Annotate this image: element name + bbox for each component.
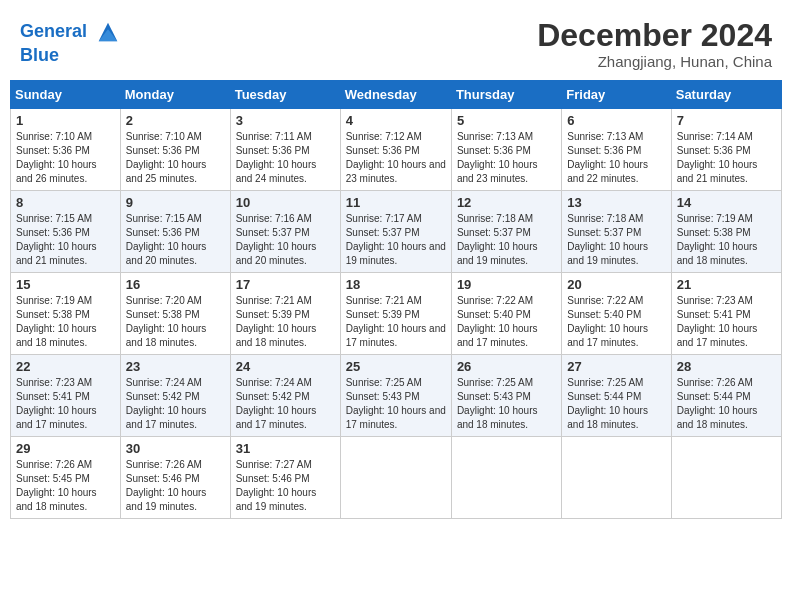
- table-cell: 14 Sunrise: 7:19 AMSunset: 5:38 PMDaylig…: [671, 191, 781, 273]
- col-friday: Friday: [562, 81, 671, 109]
- day-number: 11: [346, 195, 446, 210]
- day-detail: Sunrise: 7:12 AMSunset: 5:36 PMDaylight:…: [346, 130, 446, 186]
- day-detail: Sunrise: 7:26 AMSunset: 5:45 PMDaylight:…: [16, 458, 115, 514]
- table-row: 1 Sunrise: 7:10 AMSunset: 5:36 PMDayligh…: [11, 109, 782, 191]
- day-number: 26: [457, 359, 556, 374]
- day-detail: Sunrise: 7:24 AMSunset: 5:42 PMDaylight:…: [236, 376, 335, 432]
- table-cell: 27 Sunrise: 7:25 AMSunset: 5:44 PMDaylig…: [562, 355, 671, 437]
- table-cell: 3 Sunrise: 7:11 AMSunset: 5:36 PMDayligh…: [230, 109, 340, 191]
- table-cell: 8 Sunrise: 7:15 AMSunset: 5:36 PMDayligh…: [11, 191, 121, 273]
- day-detail: Sunrise: 7:17 AMSunset: 5:37 PMDaylight:…: [346, 212, 446, 268]
- table-cell: 7 Sunrise: 7:14 AMSunset: 5:36 PMDayligh…: [671, 109, 781, 191]
- day-number: 24: [236, 359, 335, 374]
- col-monday: Monday: [120, 81, 230, 109]
- table-cell: 4 Sunrise: 7:12 AMSunset: 5:36 PMDayligh…: [340, 109, 451, 191]
- day-number: 4: [346, 113, 446, 128]
- day-detail: Sunrise: 7:19 AMSunset: 5:38 PMDaylight:…: [677, 212, 776, 268]
- logo-general: General: [20, 21, 87, 41]
- table-cell: 9 Sunrise: 7:15 AMSunset: 5:36 PMDayligh…: [120, 191, 230, 273]
- day-number: 6: [567, 113, 665, 128]
- day-number: 14: [677, 195, 776, 210]
- table-cell: 31 Sunrise: 7:27 AMSunset: 5:46 PMDaylig…: [230, 437, 340, 519]
- day-detail: Sunrise: 7:26 AMSunset: 5:46 PMDaylight:…: [126, 458, 225, 514]
- day-number: 28: [677, 359, 776, 374]
- day-number: 29: [16, 441, 115, 456]
- day-detail: Sunrise: 7:21 AMSunset: 5:39 PMDaylight:…: [236, 294, 335, 350]
- location-subtitle: Zhangjiang, Hunan, China: [537, 53, 772, 70]
- col-saturday: Saturday: [671, 81, 781, 109]
- day-detail: Sunrise: 7:14 AMSunset: 5:36 PMDaylight:…: [677, 130, 776, 186]
- day-detail: Sunrise: 7:13 AMSunset: 5:36 PMDaylight:…: [457, 130, 556, 186]
- table-cell: 26 Sunrise: 7:25 AMSunset: 5:43 PMDaylig…: [451, 355, 561, 437]
- table-cell: 15 Sunrise: 7:19 AMSunset: 5:38 PMDaylig…: [11, 273, 121, 355]
- day-detail: Sunrise: 7:23 AMSunset: 5:41 PMDaylight:…: [16, 376, 115, 432]
- day-detail: Sunrise: 7:20 AMSunset: 5:38 PMDaylight:…: [126, 294, 225, 350]
- day-number: 2: [126, 113, 225, 128]
- header-row: Sunday Monday Tuesday Wednesday Thursday…: [11, 81, 782, 109]
- day-detail: Sunrise: 7:11 AMSunset: 5:36 PMDaylight:…: [236, 130, 335, 186]
- day-number: 12: [457, 195, 556, 210]
- table-cell: 18 Sunrise: 7:21 AMSunset: 5:39 PMDaylig…: [340, 273, 451, 355]
- table-cell: 13 Sunrise: 7:18 AMSunset: 5:37 PMDaylig…: [562, 191, 671, 273]
- logo-icon: [94, 18, 122, 46]
- logo: General Blue: [20, 18, 122, 66]
- calendar-table: Sunday Monday Tuesday Wednesday Thursday…: [10, 80, 782, 519]
- day-number: 1: [16, 113, 115, 128]
- day-number: 20: [567, 277, 665, 292]
- day-detail: Sunrise: 7:10 AMSunset: 5:36 PMDaylight:…: [16, 130, 115, 186]
- table-cell: [340, 437, 451, 519]
- day-detail: Sunrise: 7:13 AMSunset: 5:36 PMDaylight:…: [567, 130, 665, 186]
- table-cell: 29 Sunrise: 7:26 AMSunset: 5:45 PMDaylig…: [11, 437, 121, 519]
- month-year-title: December 2024: [537, 18, 772, 53]
- table-cell: 5 Sunrise: 7:13 AMSunset: 5:36 PMDayligh…: [451, 109, 561, 191]
- day-number: 9: [126, 195, 225, 210]
- day-detail: Sunrise: 7:25 AMSunset: 5:44 PMDaylight:…: [567, 376, 665, 432]
- day-number: 15: [16, 277, 115, 292]
- table-cell: 25 Sunrise: 7:25 AMSunset: 5:43 PMDaylig…: [340, 355, 451, 437]
- day-detail: Sunrise: 7:18 AMSunset: 5:37 PMDaylight:…: [567, 212, 665, 268]
- table-cell: 10 Sunrise: 7:16 AMSunset: 5:37 PMDaylig…: [230, 191, 340, 273]
- day-detail: Sunrise: 7:10 AMSunset: 5:36 PMDaylight:…: [126, 130, 225, 186]
- day-number: 7: [677, 113, 776, 128]
- day-detail: Sunrise: 7:23 AMSunset: 5:41 PMDaylight:…: [677, 294, 776, 350]
- col-tuesday: Tuesday: [230, 81, 340, 109]
- day-number: 30: [126, 441, 225, 456]
- day-detail: Sunrise: 7:22 AMSunset: 5:40 PMDaylight:…: [567, 294, 665, 350]
- day-number: 21: [677, 277, 776, 292]
- day-number: 23: [126, 359, 225, 374]
- table-cell: 22 Sunrise: 7:23 AMSunset: 5:41 PMDaylig…: [11, 355, 121, 437]
- table-cell: 12 Sunrise: 7:18 AMSunset: 5:37 PMDaylig…: [451, 191, 561, 273]
- day-number: 5: [457, 113, 556, 128]
- day-number: 17: [236, 277, 335, 292]
- day-number: 19: [457, 277, 556, 292]
- table-cell: 17 Sunrise: 7:21 AMSunset: 5:39 PMDaylig…: [230, 273, 340, 355]
- table-cell: 28 Sunrise: 7:26 AMSunset: 5:44 PMDaylig…: [671, 355, 781, 437]
- table-row: 8 Sunrise: 7:15 AMSunset: 5:36 PMDayligh…: [11, 191, 782, 273]
- day-detail: Sunrise: 7:25 AMSunset: 5:43 PMDaylight:…: [457, 376, 556, 432]
- table-cell: [562, 437, 671, 519]
- table-row: 29 Sunrise: 7:26 AMSunset: 5:45 PMDaylig…: [11, 437, 782, 519]
- table-row: 22 Sunrise: 7:23 AMSunset: 5:41 PMDaylig…: [11, 355, 782, 437]
- logo-text: General: [20, 18, 122, 46]
- day-detail: Sunrise: 7:16 AMSunset: 5:37 PMDaylight:…: [236, 212, 335, 268]
- day-detail: Sunrise: 7:18 AMSunset: 5:37 PMDaylight:…: [457, 212, 556, 268]
- table-cell: 23 Sunrise: 7:24 AMSunset: 5:42 PMDaylig…: [120, 355, 230, 437]
- table-cell: 6 Sunrise: 7:13 AMSunset: 5:36 PMDayligh…: [562, 109, 671, 191]
- day-detail: Sunrise: 7:24 AMSunset: 5:42 PMDaylight:…: [126, 376, 225, 432]
- table-cell: [671, 437, 781, 519]
- col-wednesday: Wednesday: [340, 81, 451, 109]
- day-number: 25: [346, 359, 446, 374]
- day-detail: Sunrise: 7:26 AMSunset: 5:44 PMDaylight:…: [677, 376, 776, 432]
- day-number: 18: [346, 277, 446, 292]
- table-cell: 19 Sunrise: 7:22 AMSunset: 5:40 PMDaylig…: [451, 273, 561, 355]
- table-cell: 2 Sunrise: 7:10 AMSunset: 5:36 PMDayligh…: [120, 109, 230, 191]
- col-thursday: Thursday: [451, 81, 561, 109]
- table-cell: [451, 437, 561, 519]
- table-cell: 1 Sunrise: 7:10 AMSunset: 5:36 PMDayligh…: [11, 109, 121, 191]
- day-detail: Sunrise: 7:25 AMSunset: 5:43 PMDaylight:…: [346, 376, 446, 432]
- table-cell: 16 Sunrise: 7:20 AMSunset: 5:38 PMDaylig…: [120, 273, 230, 355]
- day-detail: Sunrise: 7:15 AMSunset: 5:36 PMDaylight:…: [16, 212, 115, 268]
- day-detail: Sunrise: 7:22 AMSunset: 5:40 PMDaylight:…: [457, 294, 556, 350]
- table-row: 15 Sunrise: 7:19 AMSunset: 5:38 PMDaylig…: [11, 273, 782, 355]
- day-number: 13: [567, 195, 665, 210]
